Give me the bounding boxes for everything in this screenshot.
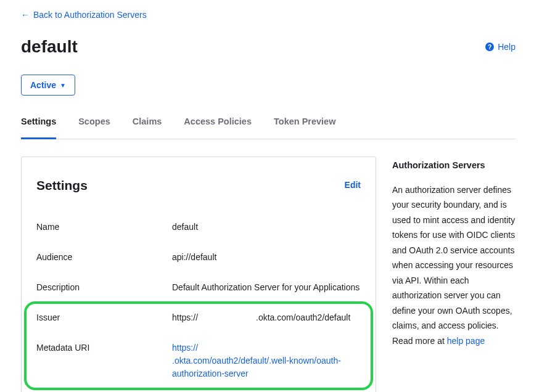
help-link[interactable]: ? Help xyxy=(485,41,516,54)
tab-token-preview[interactable]: Token Preview xyxy=(274,115,335,139)
card-title: Settings xyxy=(36,176,88,195)
tab-access-policies[interactable]: Access Policies xyxy=(184,115,252,139)
metadata-uri-link[interactable]: https://.okta.com/oauth2/default/.well-k… xyxy=(172,341,361,380)
back-link-label: Back to Authorization Servers xyxy=(33,9,147,22)
field-label: Metadata URI xyxy=(36,341,172,354)
tab-claims[interactable]: Claims xyxy=(133,115,162,139)
tab-settings[interactable]: Settings xyxy=(21,115,56,139)
edit-button[interactable]: Edit xyxy=(345,179,361,192)
field-label: Audience xyxy=(36,251,172,264)
side-panel-body: An authorization server defines your sec… xyxy=(392,185,515,346)
issuer-prefix: https:// xyxy=(172,311,256,324)
field-label: Issuer xyxy=(36,311,172,324)
field-audience: Audience api://default xyxy=(36,242,361,272)
issuer-suffix: .okta.com/oauth2/default xyxy=(256,312,350,322)
field-label: Name xyxy=(36,221,172,234)
metadata-prefix: https:// xyxy=(172,341,256,354)
help-icon: ? xyxy=(485,43,494,51)
help-link-label: Help xyxy=(498,41,516,54)
field-name: Name default xyxy=(36,212,361,242)
field-label: Description xyxy=(36,281,172,294)
field-issuer: Issuer https://.okta.com/oauth2/default xyxy=(36,303,361,333)
tabs: Settings Scopes Claims Access Policies T… xyxy=(21,115,516,139)
field-value: Default Authorization Server for your Ap… xyxy=(172,281,361,294)
field-value: https://.okta.com/oauth2/default xyxy=(172,311,361,324)
side-panel-title: Authorization Servers xyxy=(392,159,516,173)
tab-scopes[interactable]: Scopes xyxy=(78,115,110,139)
field-description: Description Default Authorization Server… xyxy=(36,272,361,303)
field-metadata-uri: Metadata URI https://.okta.com/oauth2/de… xyxy=(36,333,361,389)
field-value: default xyxy=(172,221,361,234)
caret-down-icon: ▼ xyxy=(60,82,66,89)
side-panel: Authorization Servers An authorization s… xyxy=(392,157,516,348)
settings-card: Settings Edit Name default Audience api:… xyxy=(21,157,376,392)
metadata-suffix: .okta.com/oauth2/default/.well-known/oau… xyxy=(172,356,341,378)
arrow-left-icon: ← xyxy=(21,9,30,22)
status-label: Active xyxy=(30,80,56,90)
side-panel-text: An authorization server defines your sec… xyxy=(392,182,516,349)
page-title: default xyxy=(21,34,78,60)
field-value: api://default xyxy=(172,251,361,264)
help-page-link[interactable]: help page xyxy=(447,336,485,346)
status-dropdown[interactable]: Active ▼ xyxy=(21,75,75,96)
back-link[interactable]: ← Back to Authorization Servers xyxy=(21,9,147,22)
